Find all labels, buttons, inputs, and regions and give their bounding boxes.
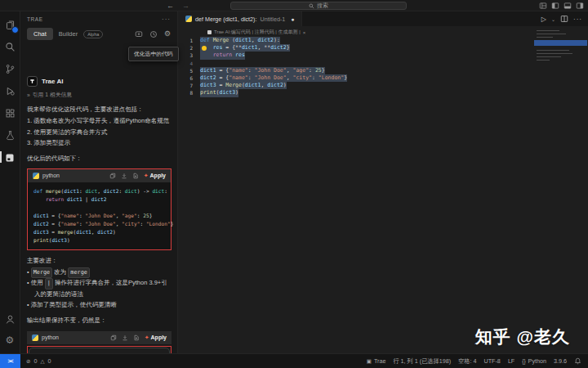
code-lang-label: python: [42, 334, 59, 340]
indentation-status[interactable]: 空格: 4: [458, 357, 476, 366]
line-number: 6: [179, 74, 200, 82]
chat-settings-button[interactable]: ⚙: [164, 30, 171, 38]
python-file-icon: [185, 16, 192, 22]
editor-line[interactable]: 1def Merge (dict1, dict2):: [179, 37, 588, 44]
error-icon: ⊘: [26, 358, 30, 365]
trae-logo-icon: [29, 79, 35, 84]
account-button[interactable]: [3, 312, 17, 326]
python-version[interactable]: 3.9.6: [554, 357, 567, 365]
brackets-icon: {}: [522, 358, 525, 364]
eol-status[interactable]: LF: [508, 357, 514, 365]
sidebar-item-trae-chat[interactable]: [3, 150, 17, 164]
editor-line[interactable]: 7dict3 = Merge(dict1, dict2): [179, 82, 588, 89]
copy-icon[interactable]: [109, 173, 116, 179]
active-indicator: [0, 151, 2, 163]
remote-indicator[interactable]: ><: [0, 354, 20, 368]
line-number: 8: [179, 89, 200, 96]
toggle-sidebar-right-icon[interactable]: [576, 2, 584, 10]
language-mode[interactable]: {} Python: [522, 357, 546, 365]
python-icon: [33, 173, 39, 179]
insert-code-icon[interactable]: [121, 173, 127, 179]
trae-codelens[interactable]: Trae AI:编写代码 | 注释代码 | 生成单测 | ×: [207, 29, 588, 36]
problems-status[interactable]: ⊘ 0 △ 0: [20, 357, 51, 365]
settings-button[interactable]: ⚙: [3, 333, 17, 347]
apply-button[interactable]: ✦ Apply: [144, 173, 166, 179]
new-file-icon[interactable]: [133, 334, 140, 341]
notifications-bell-icon[interactable]: [574, 357, 581, 365]
sidebar-item-run-debug[interactable]: [3, 84, 17, 98]
improvements-list: • Merge 改为 merge• 使用 | 操作符进行字典合并，这是Pytho…: [27, 267, 172, 311]
editor-line[interactable]: 5dict1 = {"name": "John Doe", "age": 25}: [179, 67, 588, 74]
run-button[interactable]: ▷: [541, 16, 546, 23]
tooltip-optimize-selected-code: 优化选中的代码: [128, 47, 179, 61]
minimap[interactable]: [534, 27, 587, 76]
new-file-icon[interactable]: [132, 173, 139, 179]
gear-icon: ⚙: [6, 335, 15, 345]
search-input[interactable]: 搜索: [230, 2, 407, 10]
red-annotation-box-code: python ✦ Apply def merge(dict1: dict, di…: [27, 168, 172, 250]
minimap-selection: [534, 40, 587, 46]
line-number: 7: [179, 82, 200, 89]
reference-row[interactable]: » 引用 1 相关信息: [27, 91, 172, 99]
text-line: • Merge 改为 merge: [27, 267, 172, 279]
text-line: dict2 = {"name": "John Doe", "city": "Lo…: [33, 220, 165, 228]
customize-layout-icon[interactable]: [539, 2, 547, 10]
sparkle-icon: ✦: [144, 173, 149, 179]
sparkle-icon: ✦: [145, 334, 149, 341]
editor-code: 1def Merge (dict1, dict2):2 res = {**dic…: [179, 37, 588, 97]
encoding-status[interactable]: UTF-8: [484, 357, 501, 365]
insert-code-icon[interactable]: [122, 334, 128, 341]
text-line: print(dict3): [33, 236, 165, 245]
cursor-position[interactable]: 行 1, 列 1 (已选择198): [393, 357, 451, 366]
chat-input[interactable]: '↑↓' 切换历史输入，'⌘↩' 执行 @ # Deepseek-V3: [29, 348, 170, 353]
editor-line[interactable]: 8print(dict3): [179, 89, 588, 96]
history-button[interactable]: [149, 30, 158, 38]
editor-more-button[interactable]: ···: [573, 16, 582, 23]
split-editor-button[interactable]: [560, 15, 568, 23]
toggle-panel-icon[interactable]: [564, 2, 572, 10]
apply-button[interactable]: ✦ Apply: [145, 334, 167, 341]
editor-line[interactable]: 6dict2 = {"name": "John Doe", "city": "L…: [179, 74, 588, 82]
sidebar-item-testing[interactable]: [3, 128, 17, 142]
assistant-name: Trae AI: [42, 78, 63, 85]
trae-status-item[interactable]: ▣ Trae: [367, 357, 386, 365]
sidebar-item-extensions[interactable]: [3, 106, 17, 120]
trae-lens-icon: [207, 30, 212, 34]
nav-back-icon[interactable]: ←: [167, 2, 174, 10]
editor-area: def Merge (dict1, dict2): Untitled-1 ● ▷…: [179, 11, 588, 353]
sidebar-item-source-control[interactable]: [3, 62, 17, 76]
flask-icon: [5, 130, 16, 141]
status-bar: >< ⊘ 0 △ 0 ▣ Trae 行 1, 列 1 (已选择198) 空格: …: [0, 353, 588, 368]
run-dropdown-icon[interactable]: ⌄: [551, 16, 555, 22]
lens-close-button[interactable]: ×: [303, 30, 306, 35]
editor-line[interactable]: 4: [179, 60, 588, 67]
editor-line[interactable]: 3 return res: [179, 52, 588, 59]
git-branch-icon: [5, 64, 16, 74]
text-line: return dict1 | dict2: [33, 195, 165, 204]
text-line: dict1 = {"name": "John Doe", "age": 25}: [33, 212, 165, 220]
lightbulb-icon[interactable]: [202, 46, 207, 51]
tab-chat[interactable]: Chat: [27, 28, 53, 40]
editor-tab[interactable]: def Merge (dict1, dict2): Untitled-1 ●: [179, 11, 302, 26]
sidebar-item-search[interactable]: [3, 40, 17, 54]
line-number: 2: [179, 44, 200, 52]
activity-bar: ⚙: [0, 11, 20, 353]
unsaved-dot-icon[interactable]: ●: [291, 16, 294, 22]
reference-label: 引用 1 相关信息: [33, 91, 72, 99]
code-lang-label: python: [42, 173, 60, 178]
nav-forward-icon[interactable]: →: [182, 2, 189, 10]
panel-more-button[interactable]: ···: [162, 16, 171, 23]
chat-code-block-2: python ✦ Apply: [27, 331, 172, 344]
chevron-icon: »: [27, 92, 30, 98]
editor-line[interactable]: 2 res = {**dict1, **dict2}: [179, 44, 588, 52]
editor-tab-bar: def Merge (dict1, dict2): Untitled-1 ● ▷…: [179, 11, 588, 26]
chat-code-block: python ✦ Apply def merge(dict1: dict, di…: [28, 169, 171, 249]
title-bar: ← → 搜索: [0, 0, 588, 11]
tab-builder[interactable]: Builder: [59, 30, 78, 38]
copy-icon[interactable]: [110, 334, 117, 341]
list-item: 3. 添加类型提示: [27, 137, 172, 148]
sidebar-item-explorer[interactable]: [3, 18, 17, 32]
watermark: 知乎 @老久: [475, 325, 570, 348]
toggle-sidebar-left-icon[interactable]: [551, 2, 559, 10]
new-chat-button[interactable]: [135, 30, 143, 38]
